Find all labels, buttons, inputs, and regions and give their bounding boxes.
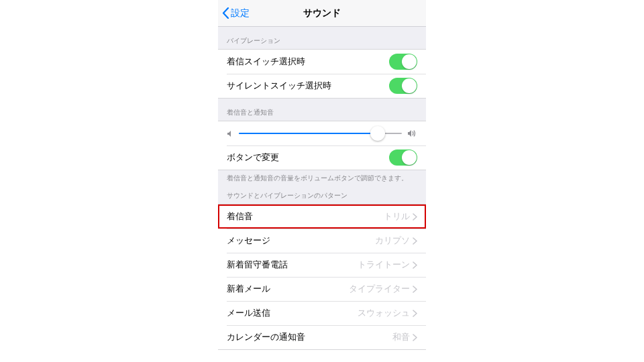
row-ring-switch[interactable]: 着信スイッチ選択時 — [218, 50, 426, 74]
group-patterns: 着信音トリルメッセージカリプソ新着留守番電話トライトーン新着メールタイプライター… — [218, 204, 426, 350]
row-value: カリプソ — [375, 235, 410, 247]
row-pattern-item[interactable]: 着信音トリル — [218, 204, 426, 229]
chevron-right-icon — [413, 213, 417, 221]
row-label: メッセージ — [227, 235, 270, 247]
row-label: ボタンで変更 — [227, 152, 279, 164]
toggle-button-change[interactable] — [389, 149, 417, 166]
row-pattern-item[interactable]: メール送信スウォッシュ — [218, 301, 426, 325]
row-label: カレンダーの通知音 — [227, 331, 305, 343]
row-right: トライトーン — [358, 259, 417, 271]
row-value: 和音 — [392, 331, 410, 343]
slider-fill — [239, 133, 378, 134]
toggle-ring-switch[interactable] — [389, 54, 417, 70]
row-pattern-item[interactable]: メッセージカリプソ — [218, 229, 426, 253]
slider-thumb[interactable] — [370, 126, 385, 141]
row-value: トライトーン — [358, 259, 410, 271]
section-header-ringer: 着信音と通知音 — [218, 99, 426, 121]
section-footer-ringer: 着信音と通知音の音量をボリュームボタンで調節できます。 — [218, 170, 426, 184]
group-ringer: ボタンで変更 — [218, 121, 426, 170]
row-volume-slider[interactable] — [218, 121, 426, 145]
row-label: 新着留守番電話 — [227, 259, 288, 271]
group-vibration: 着信スイッチ選択時 サイレントスイッチ選択時 — [218, 49, 426, 99]
row-button-change[interactable]: ボタンで変更 — [218, 145, 426, 170]
row-value: タイプライター — [349, 283, 410, 295]
speaker-low-icon — [227, 130, 233, 137]
chevron-right-icon — [413, 237, 417, 245]
row-pattern-item[interactable]: 新着留守番電話トライトーン — [218, 253, 426, 277]
toggle-silent-switch[interactable] — [389, 78, 417, 94]
row-label: メール送信 — [227, 307, 270, 319]
row-pattern-item[interactable]: 新着メールタイプライター — [218, 277, 426, 301]
row-value: スウォッシュ — [358, 307, 410, 319]
row-value: トリル — [384, 210, 410, 223]
speaker-high-icon — [407, 129, 417, 137]
chevron-right-icon — [413, 310, 417, 317]
row-right: 和音 — [392, 331, 417, 343]
row-right: トリル — [384, 210, 417, 223]
section-header-patterns: サウンドとバイブレーションのパターン — [218, 184, 426, 204]
row-right: タイプライター — [349, 283, 417, 295]
page-title: サウンド — [218, 7, 426, 19]
row-label: 新着メール — [227, 283, 270, 295]
navbar: 設定 サウンド — [218, 0, 426, 27]
volume-slider[interactable] — [239, 133, 402, 134]
row-label: 着信音 — [227, 210, 253, 223]
row-right: カリプソ — [375, 235, 417, 247]
row-right: スウォッシュ — [358, 307, 417, 319]
row-silent-switch[interactable]: サイレントスイッチ選択時 — [218, 74, 426, 98]
row-pattern-item[interactable]: カレンダーの通知音和音 — [218, 325, 426, 349]
chevron-right-icon — [413, 261, 417, 269]
section-header-vibration: バイブレーション — [218, 27, 426, 49]
sounds-settings-screen: 設定 サウンド バイブレーション 着信スイッチ選択時 サイレントスイッチ選択時 … — [218, 0, 426, 350]
row-label: 着信スイッチ選択時 — [227, 56, 305, 68]
chevron-right-icon — [413, 334, 417, 341]
row-label: サイレントスイッチ選択時 — [227, 80, 331, 92]
chevron-right-icon — [413, 286, 417, 293]
